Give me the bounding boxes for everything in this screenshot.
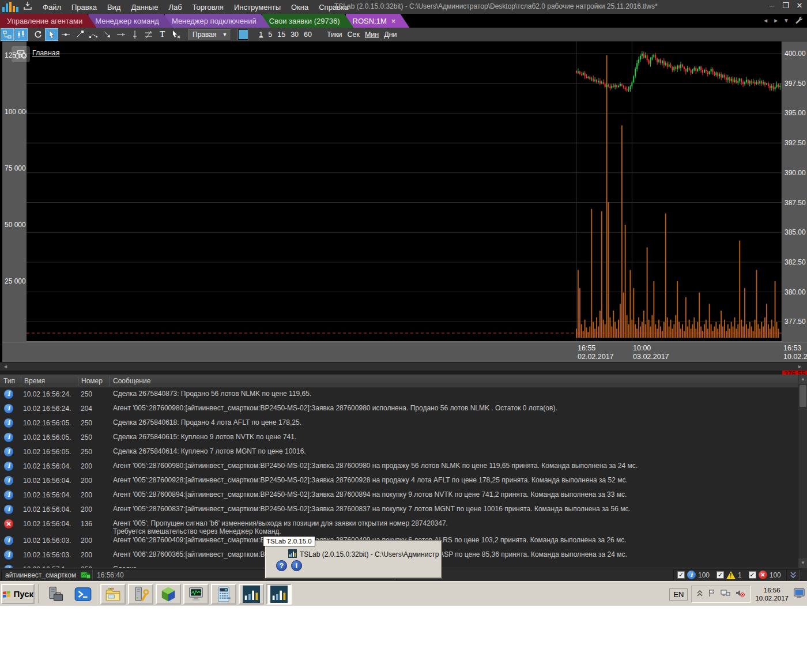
candlestick-chart-icon[interactable] bbox=[14, 28, 28, 41]
tab-list-dropdown-icon[interactable]: ▼ bbox=[783, 17, 789, 24]
refresh-icon[interactable] bbox=[31, 28, 44, 41]
table-row[interactable]: i10.02 16:56:04.200Агент '005':287600980… bbox=[0, 459, 798, 474]
table-row[interactable]: i10.02 16:56:04.200Агент '005':287600837… bbox=[0, 503, 798, 517]
chart-layout-icon[interactable] bbox=[1, 28, 14, 41]
powershell-icon[interactable] bbox=[74, 586, 92, 603]
filter-checkbox[interactable]: ✓ bbox=[749, 571, 756, 579]
taskbar-button-folder[interactable] bbox=[100, 584, 126, 605]
log-number: 200 bbox=[81, 537, 92, 545]
col-time[interactable]: Время bbox=[24, 377, 45, 385]
scroll-thumb[interactable] bbox=[800, 385, 806, 407]
close-tab-icon[interactable]: × bbox=[391, 17, 396, 25]
table-row[interactable]: i10.02 16:56:05.250Сделка 2675840618: Пр… bbox=[0, 416, 798, 431]
filter-checkbox[interactable]: ✓ bbox=[717, 571, 724, 579]
timeframe-option[interactable]: 60 bbox=[304, 31, 312, 39]
period-option[interactable]: Тики bbox=[327, 31, 342, 39]
timeframe-option[interactable]: 30 bbox=[291, 31, 299, 39]
tab-scroll-right-icon[interactable]: ► bbox=[773, 17, 779, 24]
popup-window-title: TSLab (2.0.15.0:32bit) - C:\Users\Админи… bbox=[300, 550, 439, 558]
table-row[interactable]: i10.02 16:56:24.250Сделка 2675840873: Пр… bbox=[0, 387, 798, 402]
col-message[interactable]: Сообщение bbox=[113, 377, 150, 385]
price-chart[interactable] bbox=[27, 41, 782, 342]
vline-tool-icon[interactable] bbox=[128, 28, 141, 41]
menu-item[interactable]: Файл bbox=[38, 1, 66, 13]
system-tools-icon[interactable] bbox=[46, 586, 65, 603]
close-button[interactable]: ✕ bbox=[794, 1, 805, 10]
scroll-down-icon[interactable]: ▼ bbox=[798, 558, 807, 568]
tab-command-manager[interactable]: Менеджер команд bbox=[88, 14, 173, 28]
binoculars-icon[interactable] bbox=[12, 46, 30, 62]
log-message: Агент '005': Пропущен сигнал 'b6' измене… bbox=[113, 520, 793, 535]
taskbar-button-tslab[interactable] bbox=[239, 584, 264, 605]
filter-checkbox[interactable]: ✓ bbox=[677, 571, 685, 579]
tab-rosn-1m[interactable]: ROSN:1M× bbox=[346, 14, 410, 28]
restore-button[interactable]: ❐ bbox=[780, 1, 791, 10]
show-hidden-icons-icon[interactable] bbox=[696, 589, 703, 599]
menu-item[interactable]: Окна bbox=[286, 1, 313, 13]
axis-side-dropdown[interactable]: Правая▼ bbox=[188, 29, 231, 40]
menu-item[interactable]: Лаб bbox=[164, 1, 186, 13]
taskbar-button-server-wrench[interactable] bbox=[128, 584, 153, 605]
table-row[interactable]: ✕10.02 16:56:04.136Агент '005': Пропущен… bbox=[0, 517, 798, 534]
taskbar-button-monitor-scope[interactable] bbox=[183, 584, 209, 605]
table-row[interactable]: i10.02 16:56:04.200Агент '005':287600928… bbox=[0, 474, 798, 488]
main-chart-link[interactable]: Главная bbox=[32, 49, 60, 57]
windows-logo-icon bbox=[2, 590, 11, 599]
expand-log-filters-icon[interactable] bbox=[786, 569, 800, 580]
period-option[interactable]: Дни bbox=[384, 31, 397, 39]
speaker-muted-icon[interactable] bbox=[735, 588, 745, 600]
timeframe-option[interactable]: 1 bbox=[259, 31, 263, 39]
help-icon[interactable]: ? bbox=[276, 560, 287, 571]
hline-tool-icon[interactable] bbox=[114, 28, 127, 41]
log-number: 200 bbox=[81, 505, 92, 514]
tab-agents-management[interactable]: Управление агентами bbox=[0, 14, 96, 28]
menu-item[interactable]: Данные bbox=[126, 1, 163, 13]
arrow-tool-icon[interactable] bbox=[100, 28, 114, 41]
display-tray-icon[interactable] bbox=[793, 587, 806, 601]
tab-scroll-left-icon[interactable]: ◄ bbox=[763, 17, 768, 24]
table-row[interactable]: i10.02 16:56:05.250Сделка 2675840614: Ку… bbox=[0, 445, 798, 459]
period-option[interactable]: Мин bbox=[365, 31, 379, 39]
log-vscrollbar[interactable]: ▲ ▼ bbox=[798, 375, 807, 568]
settings-wrench-icon[interactable] bbox=[794, 15, 804, 26]
tab-connection-manager[interactable]: Менеджер подключений bbox=[165, 14, 270, 28]
taskbar-button-tslab[interactable] bbox=[266, 584, 292, 605]
menu-item[interactable]: Инструменты bbox=[229, 1, 285, 13]
line-tool-icon[interactable] bbox=[73, 28, 86, 41]
log-time: 10.02 16:56:04. bbox=[23, 462, 71, 470]
taskbar-button-cube[interactable] bbox=[156, 584, 181, 605]
delete-drawing-icon[interactable] bbox=[169, 28, 183, 41]
table-row[interactable]: i10.02 16:56:05.250Сделка 2675840615: Ку… bbox=[0, 431, 798, 445]
flag-icon[interactable] bbox=[707, 588, 717, 600]
crosshair-icon[interactable] bbox=[59, 28, 72, 41]
scroll-left-icon[interactable]: ◄ bbox=[3, 364, 8, 369]
table-row[interactable]: i10.02 16:56:24.204Агент '005':287600980… bbox=[0, 402, 798, 416]
timeframe-option[interactable]: 15 bbox=[277, 31, 285, 39]
col-type[interactable]: Тип bbox=[3, 377, 15, 385]
start-button[interactable]: Пуск bbox=[1, 584, 35, 604]
col-number[interactable]: Номер bbox=[81, 377, 103, 385]
language-indicator[interactable]: EN bbox=[669, 588, 688, 601]
timeframe-option[interactable]: 5 bbox=[268, 31, 272, 39]
table-row[interactable]: i10.02 16:56:04.200Агент '005':287600894… bbox=[0, 488, 798, 503]
minimize-button[interactable]: – bbox=[767, 1, 777, 10]
taskbar-button-calculator[interactable] bbox=[211, 584, 236, 605]
text-tool-icon[interactable]: T bbox=[156, 28, 169, 41]
info-icon[interactable]: i bbox=[291, 560, 302, 571]
menu-item[interactable]: Торговля bbox=[188, 1, 228, 13]
color-swatch-button[interactable] bbox=[238, 29, 248, 40]
import-icon[interactable] bbox=[23, 1, 32, 13]
channel-tool-icon[interactable] bbox=[142, 28, 155, 41]
tray-clock[interactable]: 16:56 10.02.2017 bbox=[755, 586, 789, 602]
menu-item[interactable]: Правка bbox=[67, 1, 101, 13]
tab-own-orders[interactable]: Свои заявки (29736) bbox=[262, 14, 354, 28]
price-axis-label: 390.00 bbox=[785, 169, 806, 177]
network-icon[interactable] bbox=[721, 588, 731, 600]
cursor-icon[interactable] bbox=[45, 28, 58, 41]
period-option[interactable]: Сек bbox=[347, 31, 359, 39]
scroll-up-icon[interactable]: ▲ bbox=[798, 375, 807, 384]
scroll-right-icon[interactable]: ► bbox=[797, 364, 802, 369]
chart-hscrollbar[interactable]: ◄ ► bbox=[0, 362, 807, 371]
polyline-tool-icon[interactable] bbox=[86, 28, 100, 41]
menu-item[interactable]: Вид bbox=[103, 1, 126, 13]
